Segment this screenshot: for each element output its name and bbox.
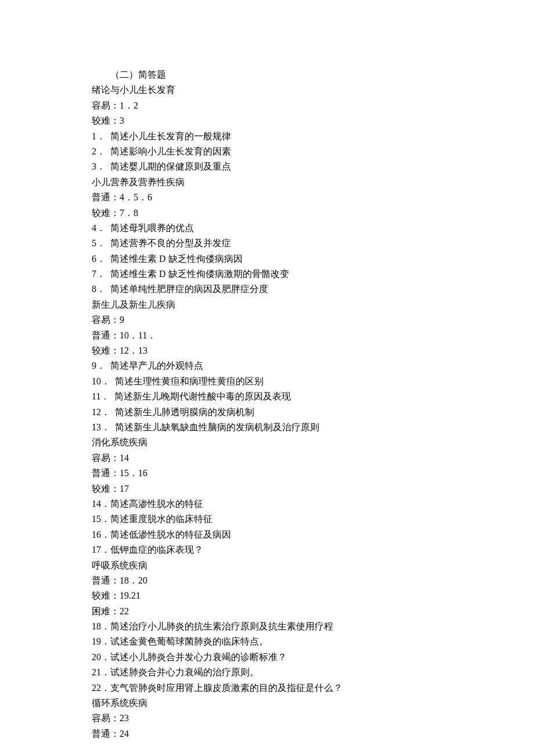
text-line: 较难：17 [92,481,464,496]
text-line: 容易：9 [92,312,464,327]
text-line: 容易：14 [92,451,464,466]
text-line: 3． 简述婴儿期的保健原则及重点 [92,159,464,174]
document-content: （二）简答题绪论与小儿生长发育容易：1．2较难：31． 简述小儿生长发育的一般规… [92,67,464,741]
text-line: 容易：1．2 [92,98,464,113]
text-line: 4． 简述母乳喂养的优点 [92,221,464,236]
text-line: 呼吸系统疾病 [92,558,464,573]
text-line: 困难：22 [92,604,464,619]
text-line: 17．低钾血症的临床表现？ [92,542,464,557]
text-line: 15．简述重度脱水的临床特征 [92,512,464,527]
text-line: 循环系统疾病 [92,696,464,711]
text-line: 14．简述高渗性脱水的特征 [92,496,464,512]
text-line: 13． 简述新生儿缺氧缺血性脑病的发病机制及治疗原则 [92,420,464,435]
text-line: 普通：15．16 [92,466,464,481]
text-line: 9． 简述早产儿的外观特点 [92,358,464,373]
text-line: 11． 简述新生儿晚期代谢性酸中毒的原因及表现 [92,389,464,404]
text-line: 22．支气管肺炎时应用肾上腺皮质激素的目的及指征是什么？ [92,681,464,696]
text-line: （二）简答题 [110,67,464,82]
text-line: 10． 简述生理性黄疸和病理性黄疸的区别 [92,374,464,389]
text-line: 6． 简述维生素 D 缺乏性佝偻病病因 [92,251,464,267]
text-line: 较难：19.21 [92,588,464,603]
text-line: 消化系统疾病 [92,435,464,450]
text-line: 19．试述金黄色葡萄球菌肺炎的临床特点。 [92,634,464,649]
text-line: 普通：18．20 [92,573,464,588]
text-line: 20．试述小儿肺炎合并发心力衰竭的诊断标准？ [92,650,464,665]
document-page: （二）简答题绪论与小儿生长发育容易：1．2较难：31． 简述小儿生长发育的一般规… [0,0,534,756]
text-line: 12． 简述新生儿肺透明膜病的发病机制 [92,405,464,420]
text-line: 5． 简述营养不良的分型及并发症 [92,236,464,251]
text-line: 较难：7．8 [92,206,464,221]
text-line: 新生儿及新生儿疾病 [92,297,464,312]
text-line: 较难：12．13 [92,343,464,358]
text-line: 普通：10．11． [92,328,464,343]
text-line: 1． 简述小儿生长发育的一般规律 [92,129,464,144]
text-line: 小儿营养及营养性疾病 [92,175,464,190]
text-line: 2． 简述影响小儿生长发育的因素 [92,144,464,159]
text-line: 21．试述肺炎合并心力衰竭的治疗原则。 [92,665,464,680]
text-line: 18．简述治疗小儿肺炎的抗生素治疗原则及抗生素使用疗程 [92,619,464,634]
text-line: 7． 简述维生素 D 缺乏性佝偻病激期的骨骼改变 [92,267,464,282]
text-line: 普通：4．5．6 [92,190,464,205]
text-line: 较难：3 [92,113,464,128]
text-line: 8． 简述单纯性肥胖症的病因及肥胖症分度 [92,282,464,297]
text-line: 绪论与小儿生长发育 [92,82,464,98]
text-line: 16．简述低渗性脱水的特征及病因 [92,527,464,542]
text-line: 容易：23 [92,711,464,726]
text-line: 普通：24 [92,726,464,741]
